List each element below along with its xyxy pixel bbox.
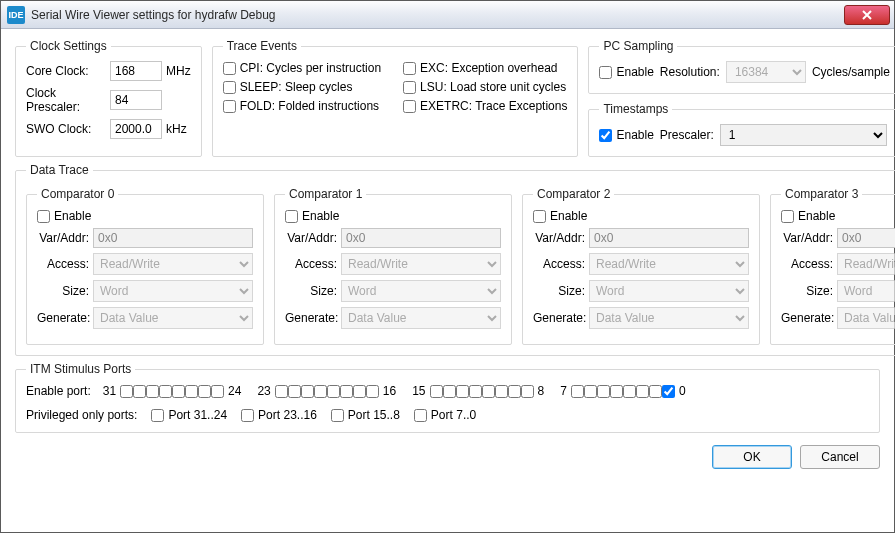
- timestamps-group: Timestamps Enable Prescaler: 1: [588, 102, 895, 157]
- ts-prescaler-label: Prescaler:: [660, 128, 714, 142]
- port-31[interactable]: [120, 385, 133, 398]
- priv-31-24-checkbox[interactable]: [151, 409, 164, 422]
- port-17[interactable]: [353, 385, 366, 398]
- port-0[interactable]: [662, 385, 675, 398]
- priv-23-16-checkbox[interactable]: [241, 409, 254, 422]
- comp1-access-select[interactable]: Read/Write: [341, 253, 501, 275]
- port-25[interactable]: [198, 385, 211, 398]
- port-22[interactable]: [288, 385, 301, 398]
- port-6[interactable]: [584, 385, 597, 398]
- port-1[interactable]: [649, 385, 662, 398]
- comparator-1: Comparator 1 Enable Var/Addr: Access:Rea…: [274, 187, 512, 345]
- comp1-enable-checkbox[interactable]: [285, 210, 298, 223]
- window-title: Serial Wire Viewer settings for hydrafw …: [31, 8, 844, 22]
- port-28[interactable]: [159, 385, 172, 398]
- comp1-legend: Comparator 1: [285, 187, 366, 201]
- comp1-gen-select[interactable]: Data Value: [341, 307, 501, 329]
- port-7[interactable]: [571, 385, 584, 398]
- ts-enable-label: Enable: [616, 128, 653, 142]
- sleep-label: SLEEP: Sleep cycles: [240, 80, 353, 94]
- port-15[interactable]: [430, 385, 443, 398]
- close-button[interactable]: [844, 5, 890, 25]
- comp3-access-select[interactable]: Read/Write: [837, 253, 895, 275]
- prescaler-label: Clock Prescaler:: [26, 86, 106, 114]
- port-19[interactable]: [327, 385, 340, 398]
- pc-resolution-select[interactable]: 16384: [726, 61, 806, 83]
- exc-checkbox[interactable]: [403, 62, 416, 75]
- port-27[interactable]: [172, 385, 185, 398]
- port-5[interactable]: [597, 385, 610, 398]
- port-4[interactable]: [610, 385, 623, 398]
- port-24[interactable]: [211, 385, 224, 398]
- comp1-var-input[interactable]: [341, 228, 501, 248]
- itm-ports-group: ITM Stimulus Ports Enable port: 31 24 23…: [15, 362, 880, 433]
- datatrace-legend: Data Trace: [26, 163, 93, 177]
- port-group-23-16: 23 16: [253, 384, 400, 398]
- clock-settings-group: Clock Settings Core Clock: MHz Clock Pre…: [15, 39, 202, 157]
- core-clock-unit: MHz: [166, 64, 191, 78]
- comp2-var-input[interactable]: [589, 228, 749, 248]
- sleep-checkbox[interactable]: [223, 81, 236, 94]
- port-26[interactable]: [185, 385, 198, 398]
- port-10[interactable]: [495, 385, 508, 398]
- trace-events-group: Trace Events CPI: Cycles per instruction…: [212, 39, 579, 157]
- comp0-access-select[interactable]: Read/Write: [93, 253, 253, 275]
- priv-15-8-checkbox[interactable]: [331, 409, 344, 422]
- exetrc-checkbox[interactable]: [403, 100, 416, 113]
- port-group-31-24: 31 24: [99, 384, 246, 398]
- comparator-3: Comparator 3 Enable Var/Addr: Access:Rea…: [770, 187, 895, 345]
- port-20[interactable]: [314, 385, 327, 398]
- comp2-gen-select[interactable]: Data Value: [589, 307, 749, 329]
- pc-enable-label: Enable: [616, 65, 653, 79]
- lsu-checkbox[interactable]: [403, 81, 416, 94]
- port-21[interactable]: [301, 385, 314, 398]
- pc-unit-label: Cycles/sample: [812, 65, 890, 79]
- comp0-enable-checkbox[interactable]: [37, 210, 50, 223]
- exetrc-label: EXETRC: Trace Exceptions: [420, 99, 567, 113]
- port-9[interactable]: [508, 385, 521, 398]
- lsu-label: LSU: Load store unit cycles: [420, 80, 566, 94]
- port-12[interactable]: [469, 385, 482, 398]
- ts-enable-checkbox[interactable]: [599, 129, 612, 142]
- comp2-legend: Comparator 2: [533, 187, 614, 201]
- comp2-size-select[interactable]: Word: [589, 280, 749, 302]
- port-14[interactable]: [443, 385, 456, 398]
- comp3-gen-select[interactable]: Data Value: [837, 307, 895, 329]
- cancel-button[interactable]: Cancel: [800, 445, 880, 469]
- comp1-size-select[interactable]: Word: [341, 280, 501, 302]
- ok-button[interactable]: OK: [712, 445, 792, 469]
- exc-label: EXC: Exception overhead: [420, 61, 557, 75]
- dialog-footer: OK Cancel: [15, 439, 880, 469]
- comp0-var-input[interactable]: [93, 228, 253, 248]
- port-16[interactable]: [366, 385, 379, 398]
- core-clock-input[interactable]: [110, 61, 162, 81]
- port-30[interactable]: [133, 385, 146, 398]
- port-3[interactable]: [623, 385, 636, 398]
- cpi-checkbox[interactable]: [223, 62, 236, 75]
- itm-legend: ITM Stimulus Ports: [26, 362, 135, 376]
- comp3-enable-checkbox[interactable]: [781, 210, 794, 223]
- port-13[interactable]: [456, 385, 469, 398]
- port-18[interactable]: [340, 385, 353, 398]
- port-11[interactable]: [482, 385, 495, 398]
- swo-clock-input[interactable]: [110, 119, 162, 139]
- port-8[interactable]: [521, 385, 534, 398]
- priv-7-0-checkbox[interactable]: [414, 409, 427, 422]
- comp3-size-select[interactable]: Word: [837, 280, 895, 302]
- port-2[interactable]: [636, 385, 649, 398]
- pc-sampling-group: PC Sampling Enable Resolution: 16384 Cyc…: [588, 39, 895, 94]
- comp2-access-select[interactable]: Read/Write: [589, 253, 749, 275]
- fold-checkbox[interactable]: [223, 100, 236, 113]
- comp2-enable-checkbox[interactable]: [533, 210, 546, 223]
- comp3-legend: Comparator 3: [781, 187, 862, 201]
- comp0-size-select[interactable]: Word: [93, 280, 253, 302]
- ts-prescaler-select[interactable]: 1: [720, 124, 888, 146]
- comp0-gen-select[interactable]: Data Value: [93, 307, 253, 329]
- dialog-window: IDE Serial Wire Viewer settings for hydr…: [0, 0, 895, 533]
- prescaler-input[interactable]: [110, 90, 162, 110]
- pc-enable-checkbox[interactable]: [599, 66, 612, 79]
- core-clock-label: Core Clock:: [26, 64, 106, 78]
- port-23[interactable]: [275, 385, 288, 398]
- comp3-var-input[interactable]: [837, 228, 895, 248]
- port-29[interactable]: [146, 385, 159, 398]
